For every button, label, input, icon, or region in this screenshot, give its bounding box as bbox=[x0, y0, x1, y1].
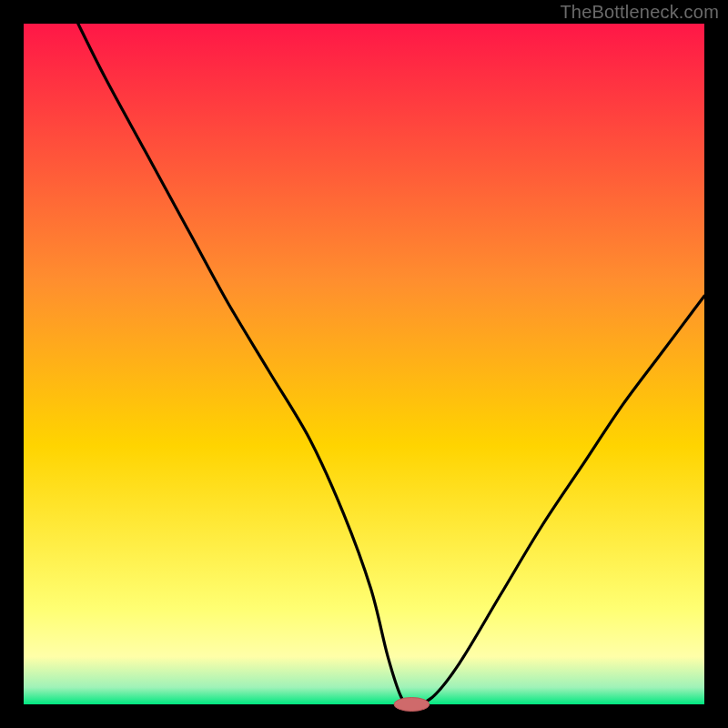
chart-frame: TheBottleneck.com bbox=[0, 0, 728, 728]
bottleneck-chart bbox=[0, 0, 728, 728]
watermark-text: TheBottleneck.com bbox=[560, 2, 719, 23]
gradient-background bbox=[24, 24, 704, 704]
minimum-marker bbox=[394, 698, 430, 712]
